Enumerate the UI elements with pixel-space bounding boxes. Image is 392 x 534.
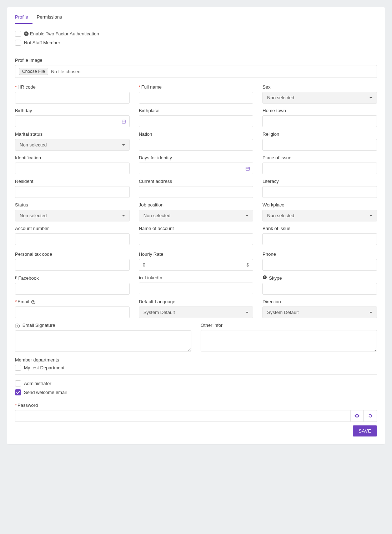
other-infor-input[interactable] <box>201 330 377 351</box>
tab-profile[interactable]: Profile <box>15 14 32 24</box>
department-checkbox[interactable] <box>15 365 21 371</box>
current-address-input[interactable] <box>139 186 253 198</box>
file-status: No file chosen <box>51 69 80 74</box>
status-select[interactable]: Non selected <box>15 210 130 221</box>
linkedin-icon: in <box>139 275 143 280</box>
user-icon <box>31 300 35 304</box>
resident-label: Resident <box>15 179 130 184</box>
not-staff-checkbox[interactable] <box>15 40 21 46</box>
days-identity-label: Days for identity <box>139 155 253 160</box>
refresh-icon <box>368 413 373 418</box>
regenerate-password-button[interactable] <box>364 410 377 422</box>
tax-code-input[interactable] <box>15 259 130 271</box>
nation-input[interactable] <box>139 139 253 151</box>
email-signature-label: ? Email Signature <box>15 323 191 328</box>
calendar-icon[interactable] <box>243 163 253 174</box>
full-name-label: *Full name <box>139 84 253 90</box>
svg-point-12 <box>357 415 358 416</box>
currency-addon: $ <box>243 259 253 271</box>
marital-label: Marital status <box>15 131 130 137</box>
tabs: Profile Permissions <box>15 14 377 24</box>
birthday-label: Birthday <box>15 108 130 113</box>
tab-permissions[interactable]: Permissions <box>32 14 66 24</box>
eye-icon <box>354 413 360 419</box>
account-name-input[interactable] <box>139 233 253 245</box>
full-name-input[interactable] <box>139 92 253 104</box>
administrator-checkbox[interactable] <box>15 380 21 386</box>
identification-label: Identification <box>15 155 130 160</box>
password-label: *Password <box>15 403 377 408</box>
job-position-select[interactable]: Non selected <box>139 210 253 221</box>
nation-label: Nation <box>139 131 253 137</box>
hr-code-input[interactable] <box>15 92 130 104</box>
workplace-select[interactable]: Non selected <box>262 210 377 221</box>
phone-label: Phone <box>262 251 377 257</box>
account-name-label: Name of account <box>139 226 253 231</box>
twofa-checkbox[interactable] <box>15 31 21 37</box>
account-number-label: Account number <box>15 226 130 231</box>
default-language-label: Default Language <box>139 299 253 304</box>
linkedin-input[interactable] <box>139 283 253 294</box>
chevron-down-icon <box>246 215 248 216</box>
show-password-button[interactable] <box>351 410 364 422</box>
svg-text:S: S <box>264 276 266 279</box>
chevron-down-icon <box>122 215 125 216</box>
marital-select[interactable]: Non selected <box>15 139 130 151</box>
days-identity-input[interactable] <box>139 163 243 174</box>
literacy-input[interactable] <box>262 186 377 198</box>
divider <box>15 51 377 51</box>
direction-select[interactable]: System Default <box>262 306 377 318</box>
administrator-label: Administrator <box>24 381 51 386</box>
chevron-down-icon <box>370 312 372 313</box>
account-number-input[interactable] <box>15 233 130 245</box>
identification-input[interactable] <box>15 163 130 174</box>
skype-icon: S <box>262 275 267 281</box>
job-position-label: Job position <box>139 202 253 208</box>
tax-code-label: Personal tax code <box>15 251 130 257</box>
svg-rect-4 <box>246 167 250 170</box>
twofa-label: Enable Two Factor Authentication <box>30 31 99 36</box>
linkedin-label: in LinkedIn <box>139 275 253 280</box>
bank-issue-input[interactable] <box>262 233 377 245</box>
chevron-down-icon <box>370 97 372 99</box>
choose-file-button[interactable]: Choose File <box>19 68 48 75</box>
save-button[interactable]: SAVE <box>353 425 377 436</box>
sex-label: Sex <box>262 84 377 90</box>
home-town-input[interactable] <box>262 115 377 127</box>
place-issue-label: Place of issue <box>262 155 377 160</box>
email-input[interactable] <box>15 306 130 318</box>
welcome-email-label: Send welcome email <box>24 390 67 395</box>
literacy-label: Literacy <box>262 179 377 184</box>
current-address-label: Current address <box>139 179 253 184</box>
department-label: My test Department <box>24 365 64 370</box>
place-issue-input[interactable] <box>262 163 377 174</box>
hourly-rate-input[interactable] <box>139 259 243 271</box>
sex-select[interactable]: Non selected <box>262 92 377 104</box>
profile-image-input[interactable]: Choose File No file chosen <box>15 65 377 78</box>
help-icon: ? <box>15 324 20 328</box>
hr-code-label: *HR code <box>15 84 130 90</box>
svg-rect-0 <box>122 120 126 123</box>
calendar-icon[interactable] <box>119 115 130 127</box>
welcome-email-checkbox[interactable] <box>15 389 21 395</box>
facebook-label: f Facebook <box>15 275 130 281</box>
religion-input[interactable] <box>262 139 377 151</box>
birthday-input[interactable] <box>15 115 119 127</box>
skype-input[interactable] <box>262 283 377 295</box>
resident-input[interactable] <box>15 186 130 198</box>
svg-point-11 <box>33 301 34 302</box>
password-input[interactable] <box>15 410 351 422</box>
profile-image-label: Profile Image <box>15 58 377 63</box>
bank-issue-label: Bank of issue <box>262 226 377 231</box>
default-language-select[interactable]: System Default <box>139 306 253 318</box>
birthplace-label: Birthplace <box>139 108 253 113</box>
email-signature-input[interactable] <box>15 330 191 352</box>
direction-label: Direction <box>262 299 377 304</box>
hourly-rate-label: Hourly Rate <box>139 251 253 257</box>
not-staff-label: Not Staff Member <box>24 40 60 45</box>
facebook-input[interactable] <box>15 283 130 295</box>
birthplace-input[interactable] <box>139 115 253 127</box>
home-town-label: Home town <box>262 108 377 113</box>
divider <box>15 374 377 375</box>
phone-input[interactable] <box>262 259 377 271</box>
